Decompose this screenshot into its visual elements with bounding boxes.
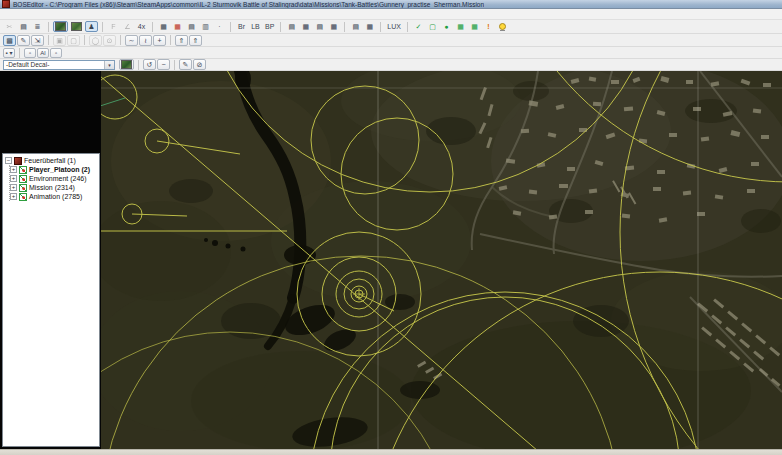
toolbar-separator <box>102 22 103 32</box>
rotate-icon: ↺ <box>147 61 153 68</box>
tree-node-icon <box>19 193 27 201</box>
bp-toggle[interactable]: BP <box>263 21 276 32</box>
scale-toggle-4[interactable]: ▦ <box>327 21 340 32</box>
grid-icon: ▤ <box>317 23 324 30</box>
draw-tool-button-2[interactable]: ⇲ <box>31 35 44 46</box>
map-view-button-2[interactable] <box>69 21 84 32</box>
selection-icon: ▩ <box>6 37 13 44</box>
exclamation-icon: ! <box>487 23 489 30</box>
picture-icon <box>121 60 132 69</box>
br-toggle[interactable]: Br <box>235 21 248 32</box>
tree-item-label: Mission (2314) <box>29 184 75 191</box>
lb-toggle[interactable]: LB <box>249 21 262 32</box>
tree-expander[interactable]: + <box>10 166 17 173</box>
light-toggle[interactable] <box>496 21 509 32</box>
decal-dot-button[interactable]: ▪ ▾ <box>3 48 15 58</box>
filter-toggle-2[interactable]: ▫ <box>50 48 62 58</box>
scale-toggle-5[interactable]: ▤ <box>349 21 362 32</box>
lux-button[interactable]: LUX <box>385 21 403 32</box>
draw-tool-button-1[interactable]: ✎ <box>17 35 30 46</box>
tree-expander[interactable]: + <box>10 193 17 200</box>
tree-node-icon <box>19 175 27 183</box>
import-button[interactable]: ⇑ <box>175 35 188 46</box>
grid-toggle-1[interactable]: ▦ <box>157 21 170 32</box>
ellipse-icon: ⊙ <box>107 37 113 44</box>
filter-toggle-1[interactable]: ▫ <box>24 48 36 58</box>
filter-toggle-al[interactable]: Al <box>37 48 49 58</box>
toolbar-separator <box>407 22 408 32</box>
export-button[interactable]: ⇑ <box>189 35 202 46</box>
dot-toggle[interactable]: · <box>213 21 226 32</box>
pencil-icon: ✎ <box>21 37 27 44</box>
minus-button[interactable]: − <box>157 59 170 70</box>
ellipse-tool-button[interactable]: ⊙ <box>103 35 116 46</box>
tree-item-player-platoon[interactable]: + Player_Platoon (2) <box>10 165 99 174</box>
tree-node-icon <box>19 184 27 192</box>
tree-item-mission[interactable]: + Mission (2314) <box>10 183 99 192</box>
polyline-icon: ∼ <box>129 37 135 44</box>
map-thumbnail-icon <box>71 22 82 31</box>
rect-tool-button[interactable]: ▣ <box>53 35 66 46</box>
rotate-button[interactable]: ↺ <box>143 59 156 70</box>
square-toggle[interactable]: ▢ <box>426 21 439 32</box>
button-glyph: 4x <box>138 23 145 30</box>
scale-toggle-6[interactable]: ▦ <box>363 21 376 32</box>
toolbar-separator <box>174 60 175 70</box>
toolbar-decal: -Default Decal- ▾ ↺−✎⊘ <box>0 59 782 71</box>
polyline-tool-button[interactable]: ∼ <box>125 35 138 46</box>
slope-button[interactable]: ∠ <box>121 21 134 32</box>
mission-root-icon <box>14 157 22 165</box>
toolbar-separator <box>48 35 49 45</box>
dot-green-toggle[interactable]: ● <box>440 21 453 32</box>
grid-toggle-3[interactable]: ▤ <box>185 21 198 32</box>
mission-object-tree[interactable]: − Feuerüberfall (1) + Player_Platoon (2)… <box>2 153 100 447</box>
erase-button[interactable]: ⊘ <box>193 59 206 70</box>
check-toggle[interactable]: ✓ <box>412 21 425 32</box>
button-glyph: BP <box>265 23 274 30</box>
lightbulb-icon <box>499 23 506 30</box>
decal-combobox[interactable]: -Default Decal- ▾ <box>3 60 115 70</box>
tree-item-animation[interactable]: + Animation (2785) <box>10 192 99 201</box>
select-tool-button[interactable]: ▩ <box>3 35 16 46</box>
grid-icon: ▦ <box>331 23 338 30</box>
warning-toggle[interactable]: ! <box>482 21 495 32</box>
grid-icon: ▦ <box>303 23 310 30</box>
grid-toggle-2[interactable]: ▦ <box>171 21 184 32</box>
tree-item-environment[interactable]: + Environment (246) <box>10 174 99 183</box>
grid-red-icon: ▦ <box>174 23 181 30</box>
4x-button[interactable]: 4x <box>135 21 148 32</box>
decal-image-button[interactable] <box>119 59 134 70</box>
dot-caret-icon: ▪ ▾ <box>6 50 13 56</box>
paint-button[interactable]: ✎ <box>179 59 192 70</box>
chevron-down-icon[interactable]: ▾ <box>104 61 114 69</box>
scale-toggle-1[interactable]: ▤ <box>285 21 298 32</box>
rounded-rect-tool-button[interactable]: ▢ <box>67 35 80 46</box>
tree-expander[interactable]: + <box>10 175 17 182</box>
toolbar-filter: ▪ ▾▫Al▫ <box>0 47 782 59</box>
f-button[interactable]: F <box>107 21 120 32</box>
curve-icon: ≀ <box>144 37 147 44</box>
copy-button[interactable]: ▤ <box>17 21 30 32</box>
curve-tool-button[interactable]: ≀ <box>139 35 152 46</box>
map-view-button-1[interactable] <box>53 21 68 32</box>
arrow-up-page-icon: ⇑ <box>193 37 199 44</box>
object-view-button[interactable]: ♟ <box>85 21 98 32</box>
square-icon: ▢ <box>429 23 436 30</box>
button-glyph: LB <box>251 23 260 30</box>
tree-item-label: Player_Platoon (2) <box>29 166 90 173</box>
grid-icon: ▤ <box>353 23 360 30</box>
tree-item-feueruberfall[interactable]: − Feuerüberfall (1) <box>5 156 99 165</box>
tree-expander[interactable]: + <box>10 184 17 191</box>
scale-toggle-2[interactable]: ▦ <box>299 21 312 32</box>
tree-expander[interactable]: − <box>5 157 12 164</box>
cross-tool-button[interactable]: + <box>153 35 166 46</box>
paste-button[interactable]: ≣ <box>31 21 44 32</box>
title-bar[interactable]: BOSEditor - C:\Program Files (x86)\Steam… <box>0 0 782 9</box>
map-viewport[interactable] <box>101 71 782 449</box>
table-toggle-1[interactable]: ▦ <box>454 21 467 32</box>
grid-toggle-4[interactable]: ▥ <box>199 21 212 32</box>
cut-button[interactable]: ✂ <box>3 21 16 32</box>
scale-toggle-3[interactable]: ▤ <box>313 21 326 32</box>
circle-tool-button[interactable]: ◯ <box>89 35 102 46</box>
table-toggle-2[interactable]: ▦ <box>468 21 481 32</box>
